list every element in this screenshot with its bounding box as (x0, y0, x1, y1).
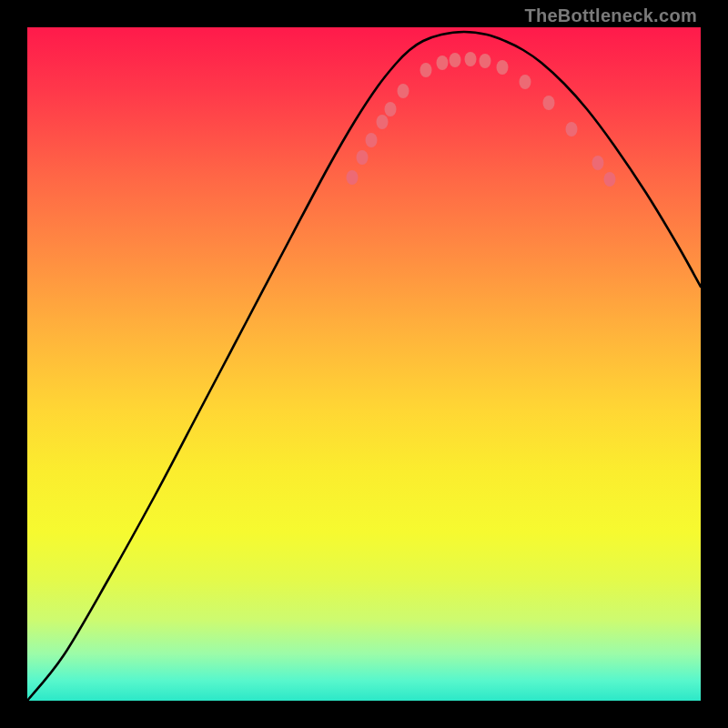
curve-marker (420, 63, 432, 77)
curve-marker (347, 170, 359, 185)
curve-marker (592, 156, 604, 170)
curve-marker (377, 115, 389, 129)
curve-marker (398, 84, 410, 98)
curve-marker (357, 150, 369, 165)
curve-marker (566, 122, 578, 136)
curve-marker (385, 102, 397, 116)
curve-marker (465, 52, 477, 66)
curve-marker (543, 96, 555, 110)
curve-marker (366, 133, 378, 147)
curve-marker (450, 53, 461, 67)
bottleneck-curve (27, 32, 701, 701)
curve-marker (604, 172, 616, 187)
curve-marker (480, 54, 491, 68)
curve-marker (437, 56, 449, 70)
bottleneck-curve-svg (27, 27, 701, 701)
curve-marker (497, 60, 509, 75)
watermark-text: TheBottleneck.com (524, 5, 697, 26)
curve-marker (520, 75, 531, 89)
curve-markers-group (347, 52, 616, 187)
